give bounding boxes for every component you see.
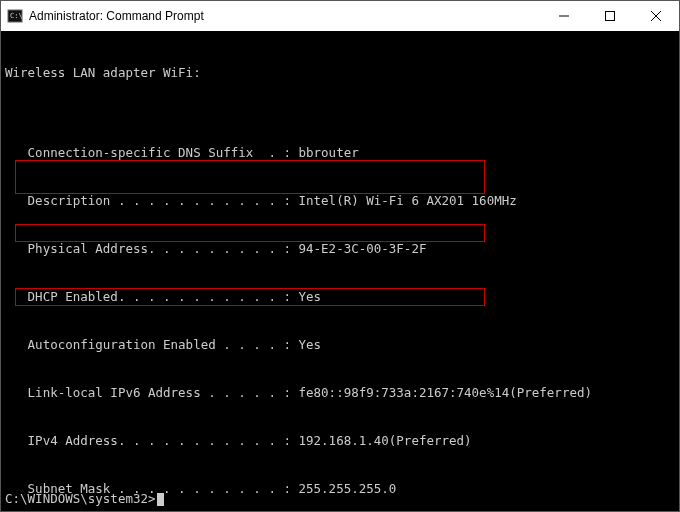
cmd-icon: C:\ [7, 8, 23, 24]
prompt-line[interactable]: C:\WINDOWS\system32> [5, 491, 164, 507]
output-line: Description . . . . . . . . . . . : Inte… [5, 193, 675, 209]
minimize-icon [559, 11, 569, 21]
maximize-button[interactable] [587, 1, 633, 31]
output-line: Connection-specific DNS Suffix . : bbrou… [5, 145, 675, 161]
output-line: Wireless LAN adapter WiFi: [5, 65, 675, 81]
maximize-icon [605, 11, 615, 21]
output-line: DHCP Enabled. . . . . . . . . . . : Yes [5, 289, 675, 305]
close-button[interactable] [633, 1, 679, 31]
minimize-button[interactable] [541, 1, 587, 31]
output-line: Physical Address. . . . . . . . . : 94-E… [5, 241, 675, 257]
command-prompt-window: C:\ Administrator: Command Prompt Wirele… [0, 0, 680, 512]
cursor [157, 493, 164, 506]
highlight-default-gateway [15, 224, 485, 242]
output-line: IPv4 Address. . . . . . . . . . . : 192.… [5, 433, 675, 449]
close-icon [651, 11, 661, 21]
svg-text:C:\: C:\ [10, 12, 23, 20]
terminal-output[interactable]: Wireless LAN adapter WiFi: Connection-sp… [1, 31, 679, 511]
window-title: Administrator: Command Prompt [29, 9, 204, 23]
prompt-text: C:\WINDOWS\system32> [5, 491, 156, 506]
output-line: Autoconfiguration Enabled . . . . : Yes [5, 337, 675, 353]
highlight-ipv4-subnet [15, 160, 485, 194]
output-line: Link-local IPv6 Address . . . . . : fe80… [5, 385, 675, 401]
titlebar[interactable]: C:\ Administrator: Command Prompt [1, 1, 679, 31]
svg-rect-3 [606, 12, 615, 21]
